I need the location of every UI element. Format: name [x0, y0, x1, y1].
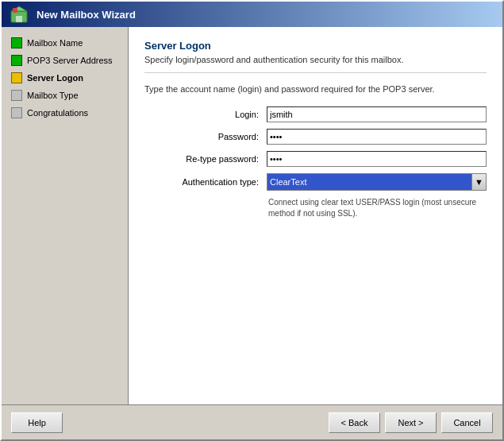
- content-area: Server Logon Specify login/password and …: [129, 27, 502, 404]
- section-subtitle: Specify login/password and authenticatio…: [144, 55, 487, 73]
- sidebar: Mailbox Name POP3 Server Address Server …: [2, 27, 129, 404]
- cancel-button[interactable]: Cancel: [441, 412, 493, 433]
- login-label: Login:: [160, 110, 264, 119]
- wizard-window: New Mailbox Wizard Mailbox Name POP3 Ser…: [0, 0, 504, 441]
- auth-select-container: ClearText APOP SSL ▼: [267, 173, 487, 191]
- auth-label: Authentication type:: [160, 177, 264, 187]
- password-input[interactable]: [267, 129, 487, 145]
- next-button[interactable]: Next >: [385, 412, 437, 433]
- auth-hint: Connect using clear text USER/PASS login…: [267, 197, 487, 219]
- sidebar-item-mailbox-type[interactable]: Mailbox Type: [8, 87, 121, 103]
- password-label: Password:: [160, 132, 264, 141]
- step-icon-server-logon: [11, 72, 22, 83]
- svg-rect-2: [16, 16, 22, 22]
- sidebar-label-congratulations: Congratulations: [27, 108, 88, 118]
- step-icon-pop3-server: [11, 55, 22, 66]
- login-input[interactable]: [267, 106, 487, 122]
- sidebar-label-server-logon: Server Logon: [27, 73, 83, 83]
- title-bar: New Mailbox Wizard: [2, 2, 502, 27]
- sidebar-label-mailbox-type: Mailbox Type: [27, 91, 79, 100]
- step-icon-mailbox-type: [11, 90, 22, 101]
- info-text: Type the account name (login) and passwo…: [144, 84, 487, 94]
- chevron-down-icon: ▼: [475, 177, 483, 187]
- retype-label: Re-type password:: [160, 154, 264, 164]
- sidebar-item-server-logon[interactable]: Server Logon: [8, 70, 121, 86]
- sidebar-item-pop3-server[interactable]: POP3 Server Address: [8, 52, 121, 68]
- auth-dropdown-button[interactable]: ▼: [472, 173, 487, 191]
- bottom-bar: Help < Back Next > Cancel: [2, 404, 502, 439]
- sidebar-item-congratulations[interactable]: Congratulations: [8, 105, 121, 121]
- help-button[interactable]: Help: [11, 412, 63, 433]
- step-icon-congratulations: [11, 107, 22, 118]
- sidebar-label-pop3-server: POP3 Server Address: [27, 56, 113, 65]
- section-title: Server Logon: [144, 40, 487, 52]
- back-button[interactable]: < Back: [329, 412, 380, 433]
- sidebar-label-mailbox-name: Mailbox Name: [27, 38, 83, 48]
- form-grid: Login: Password: Re-type password: Authe…: [144, 106, 487, 219]
- wizard-body: Mailbox Name POP3 Server Address Server …: [2, 27, 502, 404]
- window-title: New Mailbox Wizard: [37, 9, 136, 21]
- app-icon: [8, 3, 30, 25]
- retype-password-input[interactable]: [267, 151, 487, 167]
- auth-type-select[interactable]: ClearText APOP SSL: [267, 173, 472, 191]
- step-icon-mailbox-name: [11, 37, 22, 48]
- nav-buttons: < Back Next > Cancel: [329, 412, 493, 433]
- sidebar-item-mailbox-name[interactable]: Mailbox Name: [8, 35, 121, 51]
- svg-rect-3: [13, 8, 17, 13]
